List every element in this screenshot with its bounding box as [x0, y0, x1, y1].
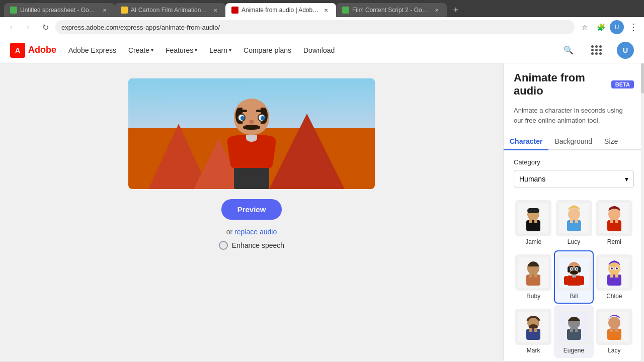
- features-chevron-icon: ▾: [195, 47, 197, 53]
- panel-title: Animate from audio: [514, 71, 607, 98]
- main-layout: Preview or replace audio Enhance speech …: [0, 63, 644, 361]
- char-card-ruby[interactable]: Ruby: [514, 250, 553, 304]
- tab-character[interactable]: Character: [504, 133, 548, 150]
- char-name-eugene: Eugene: [564, 347, 584, 354]
- panel-tabs: Character Background Size: [504, 133, 644, 150]
- enhance-speech-radio[interactable]: [219, 241, 228, 250]
- nav-features[interactable]: Features ▾: [166, 46, 197, 54]
- char-card-chloe[interactable]: Chloe: [595, 250, 634, 304]
- tab-favicon-1: [10, 7, 17, 14]
- char-card-jamie[interactable]: Jamie: [514, 196, 553, 249]
- tab-close-1[interactable]: ✕: [101, 6, 109, 14]
- char-card-remi[interactable]: Remi: [595, 196, 634, 249]
- address-input[interactable]: express.adobe.com/express-apps/animate-f…: [55, 20, 575, 34]
- search-icon[interactable]: 🔍: [560, 42, 577, 58]
- enhance-speech-label: Enhance speech: [232, 241, 284, 249]
- char-name-remi: Remi: [607, 238, 621, 245]
- tab-animate[interactable]: Animate from audio | Adobe E... ✕: [225, 3, 336, 17]
- svg-rect-10: [575, 219, 578, 223]
- tab-close-4[interactable]: ✕: [433, 6, 441, 14]
- nav-create[interactable]: Create ▾: [128, 46, 153, 54]
- profile-avatar[interactable]: U: [610, 20, 624, 34]
- nav-compare-plans[interactable]: Compare plans: [244, 46, 291, 54]
- svg-rect-18: [526, 275, 540, 286]
- tab-background[interactable]: Background: [548, 133, 598, 150]
- characters-grid: Jamie Lucy: [504, 196, 644, 358]
- tab-cartoon[interactable]: AI Cartoon Film Animation - G... ✕: [115, 3, 225, 17]
- tab-script[interactable]: Film Content Script 2 - Google... ✕: [336, 3, 447, 17]
- char-avatar-remi: [596, 200, 632, 236]
- scrollbar-thumb[interactable]: [641, 63, 644, 94]
- replace-audio-link[interactable]: replace audio: [234, 228, 277, 236]
- tab-spreadsheet[interactable]: Untitled spreadsheet - Google ... ✕: [4, 3, 115, 17]
- svg-rect-40: [615, 274, 618, 278]
- svg-rect-15: [615, 219, 618, 223]
- scrollbar-track: [641, 63, 644, 361]
- content-area: Preview or replace audio Enhance speech: [0, 63, 503, 361]
- browser-chrome: Untitled spreadsheet - Google ... ✕ AI C…: [0, 0, 644, 37]
- profile-icon[interactable]: U: [610, 20, 624, 34]
- svg-rect-9: [570, 219, 573, 223]
- extensions-icon[interactable]: 🧩: [594, 20, 608, 34]
- svg-rect-60: [615, 328, 618, 332]
- tab-title-1: Untitled spreadsheet - Google ...: [20, 7, 98, 14]
- svg-rect-55: [575, 328, 578, 332]
- panel-header: Animate from audio BETA Animate a charac…: [504, 63, 644, 125]
- nav-adobe-express[interactable]: Adobe Express: [68, 46, 116, 54]
- svg-point-44: [616, 267, 618, 269]
- svg-point-42: [611, 267, 613, 269]
- char-avatar-ruby: [515, 254, 551, 291]
- adobe-text: Adobe: [28, 45, 56, 55]
- tab-close-2[interactable]: ✕: [211, 6, 219, 14]
- char-card-mark[interactable]: Mark: [514, 305, 553, 358]
- char-card-lacy[interactable]: Lacy: [595, 305, 634, 358]
- create-chevron-icon: ▾: [151, 47, 153, 53]
- svg-rect-8: [567, 220, 581, 231]
- svg-point-7: [568, 208, 580, 220]
- char-name-lacy: Lacy: [608, 347, 620, 354]
- svg-point-30: [576, 268, 578, 270]
- bookmark-icon[interactable]: ☆: [578, 20, 592, 34]
- user-avatar-button[interactable]: U: [617, 42, 634, 59]
- svg-rect-58: [607, 329, 621, 340]
- tab-close-3[interactable]: ✕: [322, 6, 330, 14]
- nav-download[interactable]: Download: [303, 46, 335, 54]
- char-avatar-jamie: [515, 200, 551, 236]
- char-card-eugene[interactable]: Eugene: [554, 305, 593, 358]
- svg-point-31: [570, 270, 578, 275]
- scale-row: Scale 123%: [504, 358, 644, 361]
- svg-point-12: [608, 208, 620, 220]
- forward-button[interactable]: ›: [21, 20, 35, 34]
- tab-size[interactable]: Size: [598, 133, 624, 150]
- svg-rect-38: [607, 275, 621, 286]
- char-name-mark: Mark: [527, 347, 540, 354]
- app-bar: A Adobe Adobe Express Create ▾ Features …: [0, 37, 644, 63]
- svg-rect-50: [534, 328, 537, 332]
- apps-grid-icon[interactable]: [589, 42, 605, 58]
- char-card-lucy[interactable]: Lucy: [554, 196, 593, 249]
- svg-rect-13: [607, 220, 621, 231]
- tab-title-3: Animate from audio | Adobe E...: [242, 7, 319, 14]
- back-button[interactable]: ‹: [4, 20, 18, 34]
- char-card-bill[interactable]: Bill: [554, 250, 593, 304]
- char-name-ruby: Ruby: [526, 293, 540, 300]
- toolbar-icons: ☆ 🧩 U ⋮: [578, 20, 640, 34]
- char-avatar-bill: [556, 254, 592, 291]
- more-options-icon[interactable]: ⋮: [626, 20, 640, 34]
- svg-rect-34: [564, 276, 568, 285]
- right-panel: Animate from audio BETA Animate a charac…: [503, 63, 644, 361]
- category-selected-value: Humans: [519, 175, 545, 183]
- new-tab-button[interactable]: +: [449, 3, 463, 17]
- tab-favicon-4: [342, 7, 349, 14]
- preview-button[interactable]: Preview: [221, 199, 282, 220]
- svg-rect-53: [567, 329, 581, 340]
- adobe-logo[interactable]: A Adobe: [10, 43, 56, 58]
- refresh-button[interactable]: ↻: [38, 20, 52, 34]
- char-name-jamie: Jamie: [525, 238, 541, 245]
- panel-description: Animate a character in seconds using our…: [514, 106, 634, 125]
- svg-rect-33: [572, 275, 576, 278]
- nav-learn[interactable]: Learn ▾: [209, 46, 231, 54]
- svg-rect-14: [610, 219, 613, 223]
- category-select[interactable]: Humans ▾: [514, 170, 634, 188]
- address-bar-row: ‹ › ↻ express.adobe.com/express-apps/ani…: [0, 17, 644, 37]
